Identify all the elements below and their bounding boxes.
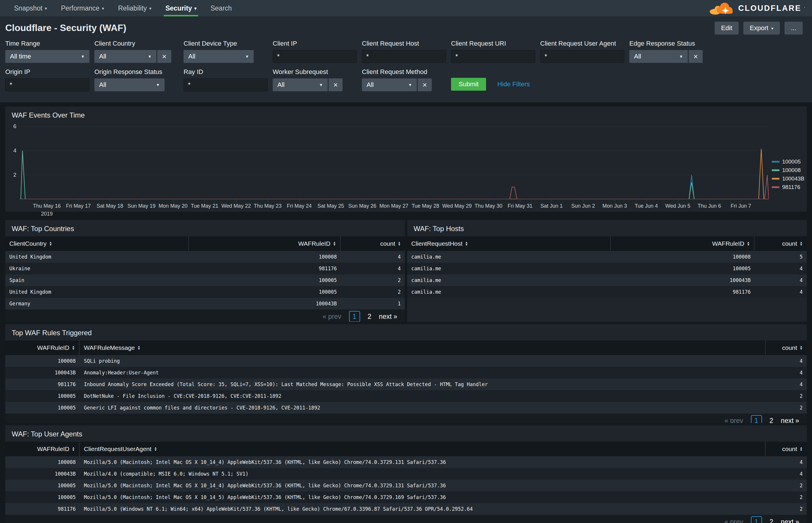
- filter-label: Client Request User Agent: [540, 40, 629, 48]
- pagination-next[interactable]: next »: [379, 313, 397, 321]
- column-header-label: count: [782, 344, 797, 351]
- table-cell: 100005: [611, 263, 755, 274]
- column-header-label: ClientRequestHost: [411, 240, 462, 247]
- more-options-button[interactable]: ...: [785, 22, 802, 35]
- filter-origin-ip: Origin IP: [5, 68, 94, 91]
- filter-select[interactable]: All▼: [184, 50, 254, 63]
- nav-item-snapshot[interactable]: Snapshot▾: [7, 0, 54, 16]
- filter-input[interactable]: [451, 50, 535, 63]
- column-header-clientcountry[interactable]: ClientCountry▲▼: [5, 236, 189, 251]
- table-cell: United Kingdom: [5, 251, 189, 263]
- table-cell: 100005: [189, 286, 341, 298]
- clear-filter-button[interactable]: ×: [688, 50, 703, 63]
- legend-swatch: [772, 186, 779, 188]
- clear-filter-button[interactable]: ×: [328, 78, 343, 91]
- pagination-page-2[interactable]: 2: [770, 417, 773, 423]
- column-header-wafruleid[interactable]: WAFRuleID▲▼: [5, 442, 80, 456]
- filter-label: Client Device Type: [184, 40, 273, 48]
- nav-item-label: Search: [210, 4, 232, 12]
- page-title: Cloudflare - Security (WAF): [5, 22, 126, 34]
- legend-item-981176[interactable]: 981176: [772, 184, 805, 191]
- select-value: All: [99, 81, 106, 89]
- x-tick-label: Mon Jun 3: [602, 203, 627, 209]
- pagination-next[interactable]: next »: [781, 417, 799, 423]
- table-row: United Kingdom1000084: [5, 251, 405, 263]
- table-row: 100005Mozilla/5.0 (Macintosh; Intel Mac …: [5, 480, 807, 491]
- table-header-row: ClientRequestHost▲▼WAFRuleID▲▼count▲▼: [407, 236, 807, 251]
- pagination-prev[interactable]: « prev: [323, 313, 341, 321]
- top-countries-panel: WAF: Top Countries ClientCountry▲▼WAFRul…: [5, 220, 405, 322]
- x-tick-label: Sat May 18: [97, 203, 124, 209]
- clear-filter-button[interactable]: ×: [157, 50, 171, 63]
- edit-button[interactable]: Edit: [715, 22, 739, 35]
- filter-label: Client Country: [94, 40, 184, 48]
- filter-select[interactable]: All▼: [362, 78, 417, 91]
- table-row: Ukraine9811764: [5, 263, 405, 274]
- x-tick-label: Mon May 20: [158, 203, 187, 209]
- x-tick-mark: [173, 199, 173, 202]
- chevron-down-icon: ▾: [102, 6, 104, 11]
- pagination-page-1[interactable]: 1: [349, 311, 360, 322]
- column-header-wafrulemessage[interactable]: WAFRuleMessage▲▼: [80, 341, 766, 355]
- nav-item-security[interactable]: Security▾: [158, 0, 204, 16]
- table-cell: Generic LFI against common files and dir…: [80, 402, 766, 414]
- filter-select[interactable]: All▼: [629, 50, 688, 63]
- filter-origin-response-status: Origin Response StatusAll▼: [94, 68, 184, 91]
- filter-input[interactable]: [273, 50, 357, 63]
- column-header-label: ClientRequestUserAgent: [84, 446, 151, 452]
- pagination-page-2[interactable]: 2: [770, 518, 773, 523]
- table-cell: 981176: [5, 379, 80, 390]
- column-header-label: WAFRuleID: [712, 240, 744, 247]
- filter-label: Worker Subrequest: [273, 68, 362, 76]
- legend-item-100043B[interactable]: 100043B: [772, 176, 805, 182]
- column-header-clientrequesthost[interactable]: ClientRequestHost▲▼: [407, 236, 611, 251]
- column-header-wafruleid[interactable]: WAFRuleID▲▼: [189, 236, 341, 251]
- clear-filter-button[interactable]: ×: [418, 78, 432, 91]
- filter-input[interactable]: [362, 50, 446, 63]
- pagination-prev[interactable]: « prev: [724, 417, 743, 423]
- filter-input[interactable]: [184, 78, 268, 91]
- table-cell: 4: [766, 456, 807, 468]
- filter-input[interactable]: [5, 78, 90, 91]
- table-cell: 2: [766, 390, 807, 402]
- x-tick-label: Fri May 17: [66, 203, 91, 209]
- chevron-down-icon: ▼: [144, 54, 152, 59]
- legend-item-100008[interactable]: 100008: [772, 167, 805, 174]
- pagination-prev[interactable]: « prev: [724, 518, 743, 523]
- top-user-agents-panel: WAF: Top User Agents WAFRuleID▲▼ClientRe…: [5, 425, 807, 523]
- column-header-count[interactable]: count▲▼: [341, 236, 405, 251]
- filter-select[interactable]: All▼: [273, 78, 328, 91]
- top-navigation: Snapshot▾Performance▾Reliability▾Securit…: [0, 0, 812, 16]
- x-tick-mark: [236, 199, 237, 202]
- hide-filters-link[interactable]: Hide Filters: [497, 78, 530, 91]
- table-row: Germany100043B1: [5, 298, 405, 309]
- panel-title: Top WAF Rules Triggered: [5, 324, 807, 341]
- column-header-wafruleid[interactable]: WAFRuleID▲▼: [611, 236, 755, 251]
- x-tick-mark: [47, 199, 47, 202]
- x-tick-mark: [741, 199, 741, 202]
- filter-select[interactable]: All▼: [94, 78, 165, 91]
- column-header-count[interactable]: count▲▼: [766, 341, 807, 355]
- pagination-page-1[interactable]: 1: [751, 516, 762, 523]
- pagination-next[interactable]: next »: [781, 518, 799, 523]
- export-button[interactable]: Export▾: [743, 22, 780, 35]
- column-header-count[interactable]: count▲▼: [755, 236, 807, 251]
- column-header-count[interactable]: count▲▼: [766, 442, 807, 456]
- filter-select[interactable]: All▼: [94, 50, 156, 63]
- submit-button[interactable]: Submit: [451, 78, 486, 91]
- pagination-page-1[interactable]: 1: [751, 415, 762, 423]
- table-row: 100005Generic LFI against common files a…: [5, 402, 807, 414]
- filter-label: Ray ID: [184, 68, 273, 76]
- filter-input[interactable]: [540, 50, 624, 63]
- nav-item-search[interactable]: Search: [204, 0, 239, 16]
- x-tick-label: Sun May 19: [128, 203, 155, 209]
- legend-item-100005[interactable]: 100005: [772, 159, 805, 165]
- column-header-clientrequestuseragent[interactable]: ClientRequestUserAgent▲▼: [80, 442, 766, 456]
- legend-label: 100005: [782, 159, 800, 165]
- pagination-page-2[interactable]: 2: [368, 313, 372, 321]
- column-header-wafruleid[interactable]: WAFRuleID▲▼: [5, 341, 80, 355]
- x-tick-label: Sun Jun 2: [571, 203, 595, 209]
- filter-select[interactable]: All time▼: [5, 50, 90, 63]
- nav-item-performance[interactable]: Performance▾: [54, 0, 111, 16]
- nav-item-reliability[interactable]: Reliability▾: [111, 0, 158, 16]
